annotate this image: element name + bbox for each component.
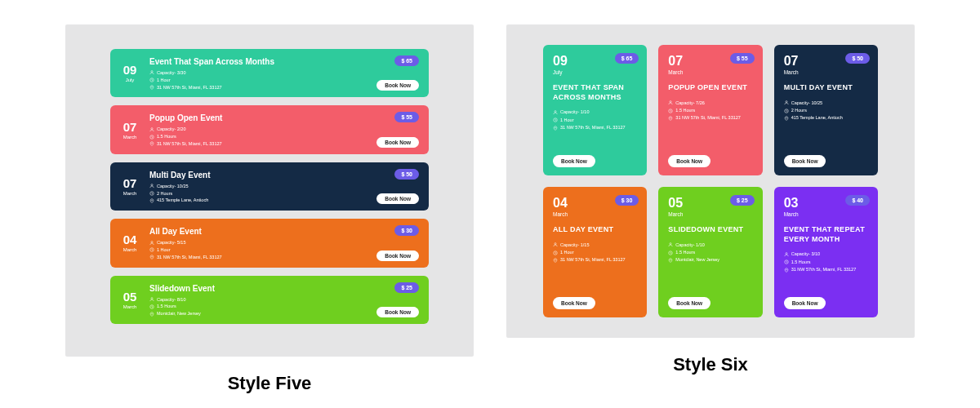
event-row[interactable]: 05MarchSlidedown EventCapacity- 8/101.5 … — [110, 276, 429, 324]
event-capacity: Capacity- 3/30 — [157, 69, 185, 77]
event-location: 31 NW 57th St, Miami, FL 33127 — [157, 254, 222, 261]
event-month: March — [668, 211, 752, 217]
location-icon — [784, 116, 789, 121]
clock-icon — [149, 135, 154, 140]
capacity-icon — [149, 297, 154, 302]
event-location: 31 NW 57th St, Miami, FL 33127 — [157, 84, 222, 91]
event-date: 04March — [110, 219, 149, 267]
clock-icon — [149, 191, 154, 196]
clock-icon — [668, 251, 673, 255]
event-location: 31 NW 57th St, Miami, FL 33127 — [675, 114, 741, 122]
event-capacity: Capacity- 3/10 — [791, 251, 820, 258]
book-now-button[interactable]: Book Now — [553, 155, 595, 167]
capacity-icon — [149, 70, 154, 75]
event-card[interactable]: 04March$ 30ALL DAY EVENTCapacity- 1/151 … — [543, 187, 647, 317]
book-now-button[interactable]: Book Now — [668, 155, 710, 167]
event-capacity: Capacity- 10/25 — [791, 100, 823, 107]
event-date: 05March — [110, 276, 149, 324]
price-badge: $ 50 — [394, 169, 419, 180]
book-now-button[interactable]: Book Now — [376, 251, 419, 261]
price-badge: $ 50 — [845, 53, 870, 64]
event-card[interactable]: 07March$ 50MULTI DAY EVENTCapacity- 10/2… — [774, 45, 878, 175]
location-icon — [149, 198, 154, 203]
book-now-button[interactable]: Book Now — [376, 193, 419, 204]
event-duration: 1.5 Hours — [157, 303, 176, 310]
event-title: MULTI DAY EVENT — [784, 83, 868, 93]
book-now-button[interactable]: Book Now — [376, 307, 419, 317]
event-month: March — [784, 69, 868, 75]
event-day: 09 — [123, 64, 137, 76]
book-now-button[interactable]: Book Now — [668, 297, 710, 309]
event-month: March — [123, 304, 137, 309]
event-capacity: Capacity- 1/10 — [560, 109, 589, 116]
event-duration: 1.5 Hours — [675, 107, 695, 114]
event-duration: 1.5 Hours — [791, 259, 811, 266]
capacity-icon — [668, 100, 673, 105]
location-icon — [668, 258, 673, 263]
book-now-button[interactable]: Book Now — [784, 155, 826, 167]
price-badge: $ 25 — [394, 282, 419, 293]
style-five-panel: 09JulyEvent That Span Across MonthsCapac… — [65, 24, 474, 357]
event-title: Multi Day Event — [149, 171, 429, 180]
clock-icon — [668, 109, 673, 113]
event-title: SLIDEDOWN EVENT — [668, 225, 752, 235]
event-row[interactable]: 07MarchMulti Day EventCapacity- 10/252 H… — [110, 162, 429, 211]
event-card[interactable]: 09July$ 65EVENT THAT SPAN ACROSS MONTHSC… — [543, 45, 647, 175]
event-capacity: Capacity- 5/15 — [157, 239, 185, 246]
event-row[interactable]: 04MarchAll Day EventCapacity- 5/151 Hour… — [110, 219, 429, 267]
event-day: 07 — [123, 121, 137, 133]
event-location: 31 NW 57th St, Miami, FL 33127 — [157, 140, 222, 148]
event-card[interactable]: 05March$ 25SLIDEDOWN EVENTCapacity- 1/10… — [658, 187, 762, 317]
event-duration: 1 Hour — [560, 117, 574, 124]
event-title: Popup Open Event — [149, 113, 429, 122]
event-title: All Day Event — [149, 227, 429, 236]
event-row[interactable]: 09JulyEvent That Span Across MonthsCapac… — [110, 49, 429, 97]
event-title: EVENT THAT REPEAT EVERY MONTH — [784, 225, 868, 244]
event-month: July — [553, 69, 637, 75]
event-location: 31 NW 57th St, Miami, FL 33127 — [791, 266, 857, 273]
event-date: 07March — [110, 105, 149, 153]
event-month: March — [123, 247, 137, 252]
event-location: 415 Temple Lane, Antioch — [157, 197, 208, 204]
style-six-panel: 09July$ 65EVENT THAT SPAN ACROSS MONTHSC… — [506, 24, 915, 338]
event-row[interactable]: 07MarchPopup Open EventCapacity- 2/201.5… — [110, 105, 429, 153]
style-six-caption: Style Six — [673, 354, 748, 375]
book-now-button[interactable]: Book Now — [784, 297, 826, 309]
price-badge: $ 30 — [394, 225, 419, 236]
location-icon — [553, 258, 558, 263]
event-duration: 2 Hours — [157, 190, 172, 197]
capacity-icon — [668, 242, 673, 247]
location-icon — [149, 141, 154, 146]
event-month: July — [126, 78, 135, 82]
capacity-icon — [784, 100, 789, 105]
clock-icon — [149, 304, 154, 309]
event-date: 09July — [110, 49, 149, 97]
event-title: POPUP OPEN EVENT — [668, 83, 752, 93]
event-location: 31 NW 57th St, Miami, FL 33127 — [560, 256, 626, 264]
event-location: Montclair, New Jersey — [675, 256, 719, 264]
event-day: 04 — [123, 233, 137, 246]
capacity-icon — [149, 127, 154, 132]
event-month: March — [123, 135, 137, 140]
clock-icon — [149, 78, 154, 82]
location-icon — [668, 116, 673, 121]
event-capacity: Capacity- 8/10 — [157, 296, 185, 304]
event-location: 31 NW 57th St, Miami, FL 33127 — [560, 124, 626, 131]
clock-icon — [553, 251, 558, 255]
event-capacity: Capacity- 10/25 — [157, 183, 189, 190]
event-location: 415 Temple Lane, Antioch — [791, 114, 843, 122]
book-now-button[interactable]: Book Now — [376, 137, 419, 148]
event-title: ALL DAY EVENT — [553, 225, 637, 235]
clock-icon — [784, 109, 789, 113]
event-month: March — [553, 211, 637, 217]
event-month: March — [784, 211, 868, 217]
book-now-button[interactable]: Book Now — [376, 80, 419, 91]
book-now-button[interactable]: Book Now — [553, 297, 595, 309]
price-badge: $ 65 — [394, 55, 419, 66]
price-badge: $ 25 — [730, 195, 755, 206]
price-badge: $ 65 — [615, 53, 639, 64]
event-card[interactable]: 03March$ 40EVENT THAT REPEAT EVERY MONTH… — [774, 187, 878, 317]
event-card[interactable]: 07March$ 55POPUP OPEN EVENTCapacity- 7/2… — [658, 45, 762, 175]
clock-icon — [553, 118, 558, 122]
event-month: March — [668, 69, 752, 75]
